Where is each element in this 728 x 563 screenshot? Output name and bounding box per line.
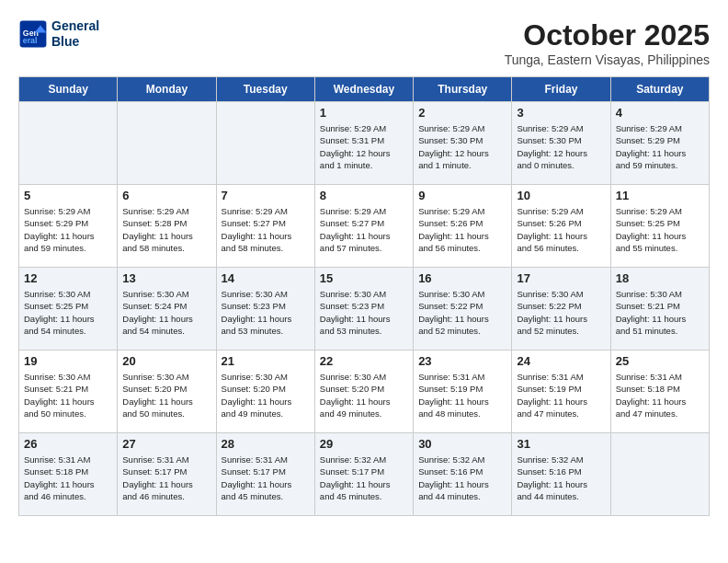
- weekday-header-friday: Friday: [512, 77, 610, 102]
- calendar-cell: 25Sunrise: 5:31 AM Sunset: 5:18 PM Dayli…: [610, 350, 709, 433]
- logo: Gen eral General Blue: [18, 18, 99, 50]
- day-info: Sunrise: 5:29 AM Sunset: 5:26 PM Dayligh…: [517, 205, 605, 254]
- day-info: Sunrise: 5:31 AM Sunset: 5:17 PM Dayligh…: [222, 454, 310, 502]
- page-header: Gen eral General Blue October 2025 Tunga…: [18, 18, 710, 67]
- day-info: Sunrise: 5:29 AM Sunset: 5:31 PM Dayligh…: [320, 122, 408, 171]
- day-info: Sunrise: 5:30 AM Sunset: 5:23 PM Dayligh…: [222, 288, 310, 337]
- day-info: Sunrise: 5:32 AM Sunset: 5:16 PM Dayligh…: [418, 454, 506, 502]
- day-number: 8: [320, 189, 408, 202]
- calendar-cell: 10Sunrise: 5:29 AM Sunset: 5:26 PM Dayli…: [512, 185, 610, 268]
- day-info: Sunrise: 5:32 AM Sunset: 5:17 PM Dayligh…: [320, 454, 408, 502]
- day-info: Sunrise: 5:29 AM Sunset: 5:30 PM Dayligh…: [517, 122, 605, 171]
- day-info: Sunrise: 5:30 AM Sunset: 5:23 PM Dayligh…: [320, 288, 408, 337]
- day-info: Sunrise: 5:31 AM Sunset: 5:18 PM Dayligh…: [616, 371, 704, 419]
- day-info: Sunrise: 5:29 AM Sunset: 5:27 PM Dayligh…: [222, 205, 310, 254]
- day-info: Sunrise: 5:29 AM Sunset: 5:27 PM Dayligh…: [320, 205, 408, 254]
- calendar-cell: 22Sunrise: 5:30 AM Sunset: 5:20 PM Dayli…: [314, 350, 413, 433]
- day-info: Sunrise: 5:29 AM Sunset: 5:25 PM Dayligh…: [616, 205, 704, 254]
- day-info: Sunrise: 5:30 AM Sunset: 5:24 PM Dayligh…: [122, 288, 210, 337]
- day-info: Sunrise: 5:30 AM Sunset: 5:22 PM Dayligh…: [517, 288, 605, 337]
- month-title: October 2025: [505, 18, 710, 52]
- day-number: 29: [320, 437, 408, 451]
- day-number: 9: [418, 189, 506, 202]
- calendar-cell: 2Sunrise: 5:29 AM Sunset: 5:30 PM Daylig…: [414, 102, 512, 185]
- calendar-cell: [610, 433, 709, 516]
- day-info: Sunrise: 5:30 AM Sunset: 5:21 PM Dayligh…: [24, 371, 112, 419]
- weekday-header-tuesday: Tuesday: [216, 77, 314, 102]
- day-info: Sunrise: 5:29 AM Sunset: 5:29 PM Dayligh…: [616, 122, 704, 171]
- calendar-cell: 21Sunrise: 5:30 AM Sunset: 5:20 PM Dayli…: [216, 350, 314, 433]
- day-number: 5: [24, 189, 112, 202]
- weekday-header-thursday: Thursday: [414, 77, 512, 102]
- day-info: Sunrise: 5:31 AM Sunset: 5:19 PM Dayligh…: [418, 371, 506, 419]
- calendar-cell: [118, 102, 216, 185]
- calendar-cell: 4Sunrise: 5:29 AM Sunset: 5:29 PM Daylig…: [610, 102, 709, 185]
- day-number: 16: [418, 271, 506, 285]
- day-info: Sunrise: 5:30 AM Sunset: 5:20 PM Dayligh…: [122, 371, 210, 419]
- day-number: 2: [418, 106, 506, 120]
- day-number: 25: [616, 354, 704, 368]
- day-info: Sunrise: 5:29 AM Sunset: 5:28 PM Dayligh…: [122, 205, 210, 254]
- calendar-cell: 15Sunrise: 5:30 AM Sunset: 5:23 PM Dayli…: [314, 268, 413, 350]
- day-info: Sunrise: 5:31 AM Sunset: 5:18 PM Dayligh…: [24, 454, 112, 502]
- svg-text:eral: eral: [23, 36, 38, 45]
- day-info: Sunrise: 5:30 AM Sunset: 5:20 PM Dayligh…: [222, 371, 310, 419]
- calendar-cell: 30Sunrise: 5:32 AM Sunset: 5:16 PM Dayli…: [414, 433, 512, 516]
- day-info: Sunrise: 5:29 AM Sunset: 5:30 PM Dayligh…: [418, 122, 506, 171]
- calendar-cell: 6Sunrise: 5:29 AM Sunset: 5:28 PM Daylig…: [118, 185, 216, 268]
- day-number: 13: [122, 271, 210, 285]
- day-number: 30: [418, 437, 506, 451]
- day-number: 12: [24, 271, 112, 285]
- calendar-cell: 9Sunrise: 5:29 AM Sunset: 5:26 PM Daylig…: [414, 185, 512, 268]
- calendar-cell: 27Sunrise: 5:31 AM Sunset: 5:17 PM Dayli…: [118, 433, 216, 516]
- calendar-cell: 28Sunrise: 5:31 AM Sunset: 5:17 PM Dayli…: [216, 433, 314, 516]
- calendar-cell: 1Sunrise: 5:29 AM Sunset: 5:31 PM Daylig…: [314, 102, 413, 185]
- calendar-cell: 23Sunrise: 5:31 AM Sunset: 5:19 PM Dayli…: [414, 350, 512, 433]
- day-number: 15: [320, 271, 408, 285]
- calendar-cell: 24Sunrise: 5:31 AM Sunset: 5:19 PM Dayli…: [512, 350, 610, 433]
- day-number: 19: [24, 354, 112, 368]
- day-number: 28: [222, 437, 310, 451]
- calendar-cell: [216, 102, 314, 185]
- day-number: 6: [122, 189, 210, 202]
- calendar-cell: 19Sunrise: 5:30 AM Sunset: 5:21 PM Dayli…: [19, 350, 118, 433]
- weekday-header-sunday: Sunday: [19, 77, 118, 102]
- day-info: Sunrise: 5:29 AM Sunset: 5:29 PM Dayligh…: [24, 205, 112, 254]
- calendar-cell: 31Sunrise: 5:32 AM Sunset: 5:16 PM Dayli…: [512, 433, 610, 516]
- calendar-cell: 20Sunrise: 5:30 AM Sunset: 5:20 PM Dayli…: [118, 350, 216, 433]
- title-block: October 2025 Tunga, Eastern Visayas, Phi…: [505, 18, 710, 67]
- day-number: 17: [517, 271, 605, 285]
- weekday-header-saturday: Saturday: [610, 77, 709, 102]
- day-info: Sunrise: 5:30 AM Sunset: 5:21 PM Dayligh…: [616, 288, 704, 337]
- day-info: Sunrise: 5:29 AM Sunset: 5:26 PM Dayligh…: [418, 205, 506, 254]
- day-number: 31: [517, 437, 605, 451]
- day-number: 3: [517, 106, 605, 120]
- day-number: 11: [616, 189, 704, 202]
- day-info: Sunrise: 5:30 AM Sunset: 5:25 PM Dayligh…: [24, 288, 112, 337]
- day-number: 26: [24, 437, 112, 451]
- calendar-cell: 16Sunrise: 5:30 AM Sunset: 5:22 PM Dayli…: [414, 268, 512, 350]
- weekday-header-monday: Monday: [118, 77, 216, 102]
- calendar-cell: 3Sunrise: 5:29 AM Sunset: 5:30 PM Daylig…: [512, 102, 610, 185]
- day-info: Sunrise: 5:32 AM Sunset: 5:16 PM Dayligh…: [517, 454, 605, 502]
- logo-icon: Gen eral: [18, 19, 48, 49]
- day-number: 14: [222, 271, 310, 285]
- location: Tunga, Eastern Visayas, Philippines: [505, 52, 710, 67]
- calendar-cell: 14Sunrise: 5:30 AM Sunset: 5:23 PM Dayli…: [216, 268, 314, 350]
- calendar-cell: 13Sunrise: 5:30 AM Sunset: 5:24 PM Dayli…: [118, 268, 216, 350]
- calendar-cell: 18Sunrise: 5:30 AM Sunset: 5:21 PM Dayli…: [610, 268, 709, 350]
- day-number: 21: [222, 354, 310, 368]
- day-number: 23: [418, 354, 506, 368]
- calendar-cell: 5Sunrise: 5:29 AM Sunset: 5:29 PM Daylig…: [19, 185, 118, 268]
- day-number: 20: [122, 354, 210, 368]
- day-number: 24: [517, 354, 605, 368]
- day-number: 7: [222, 189, 310, 202]
- day-info: Sunrise: 5:31 AM Sunset: 5:17 PM Dayligh…: [122, 454, 210, 502]
- day-number: 10: [517, 189, 605, 202]
- day-number: 22: [320, 354, 408, 368]
- day-number: 27: [122, 437, 210, 451]
- calendar-cell: 11Sunrise: 5:29 AM Sunset: 5:25 PM Dayli…: [610, 185, 709, 268]
- day-info: Sunrise: 5:30 AM Sunset: 5:22 PM Dayligh…: [418, 288, 506, 337]
- day-number: 1: [320, 106, 408, 120]
- calendar-cell: 17Sunrise: 5:30 AM Sunset: 5:22 PM Dayli…: [512, 268, 610, 350]
